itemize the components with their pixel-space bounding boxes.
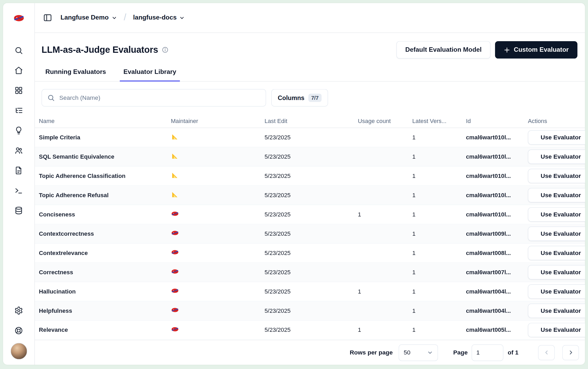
chevron-right-icon [567,349,574,356]
search-input[interactable] [59,94,260,101]
pagination-footer: Rows per page 50 Page of 1 [35,340,585,365]
table-row: Simple Criteria 5/23/2025 1 cmal6wart010… [35,128,585,147]
page-of-label: of 1 [508,349,519,356]
chevron-down-icon [427,349,433,356]
columns-button[interactable]: Columns 7/7 [271,89,328,107]
custom-evaluator-label: Custom Evaluator [514,46,569,54]
tab-running-evaluators[interactable]: Running Evaluators [41,65,110,82]
use-evaluator-button[interactable]: Use Evaluator [528,130,585,145]
latest-version-value: 1 [412,173,466,179]
langfuse-logo[interactable] [3,3,34,33]
last-edit-value: 5/23/2025 [264,269,358,276]
rows-per-page-select[interactable]: 50 [399,344,438,361]
home-icon[interactable] [11,63,26,78]
app-window: Langfuse Demo / langfuse-docs LLM-as-a-J… [0,0,588,369]
use-evaluator-button[interactable]: Use Evaluator [528,226,585,241]
langfuse-icon [171,325,179,333]
usage-count-value: 1 [358,327,412,333]
use-evaluator-button[interactable]: Use Evaluator [528,188,585,202]
evaluator-id: cmal6wart009l... [466,230,528,237]
terminal-icon[interactable] [11,183,26,198]
use-evaluator-button[interactable]: Use Evaluator [528,246,585,260]
ragas-icon [171,133,179,141]
org-switcher[interactable]: Langfuse Demo [58,12,119,24]
info-icon[interactable] [162,46,169,53]
evaluator-table: Name Maintainer Last Edit Usage count La… [35,115,585,340]
column-header-id: Id [466,118,528,125]
document-icon[interactable] [11,163,26,178]
project-name: langfuse-docs [133,14,177,22]
last-edit-value: 5/23/2025 [264,134,358,141]
chevron-down-icon [111,15,117,21]
lightbulb-icon[interactable] [11,123,26,138]
latest-version-value: 1 [412,269,466,276]
gear-icon[interactable] [11,303,26,318]
usage-count-value: 1 [358,288,412,295]
project-switcher[interactable]: langfuse-docs [131,12,187,24]
columns-label: Columns [278,94,304,101]
evaluator-name: Contextcorrectness [39,230,171,237]
column-header-name: Name [39,118,171,125]
usage-count-value: 1 [358,211,412,218]
use-evaluator-button[interactable]: Use Evaluator [528,323,585,337]
evaluator-id: cmal6wart010l... [466,173,528,179]
default-evaluation-model-button[interactable]: Default Evaluation Model [396,41,490,59]
topbar: Langfuse Demo / langfuse-docs [35,3,585,33]
tab-bar: Running Evaluators Evaluator Library [35,65,585,82]
rows-per-page-value: 50 [404,349,410,356]
evaluator-name: Helpfulness [39,308,171,314]
table-row: Conciseness 5/23/2025 1 1 cmal6wart010l.… [35,205,585,224]
last-edit-value: 5/23/2025 [264,192,358,199]
next-page-button[interactable] [562,345,579,360]
dashboards-icon[interactable] [11,83,26,98]
tracing-icon[interactable] [11,103,26,118]
use-evaluator-button[interactable]: Use Evaluator [528,169,585,183]
use-evaluator-button[interactable]: Use Evaluator [528,265,585,279]
evaluator-name: Conciseness [39,211,171,218]
lifebuoy-icon[interactable] [11,323,26,338]
previous-page-button[interactable] [538,345,555,360]
page-number-input[interactable] [472,344,503,361]
use-evaluator-button[interactable]: Use Evaluator [528,304,585,318]
evaluator-name: Contextrelevance [39,250,171,257]
maintainer-cell [171,152,265,162]
maintainer-cell [171,229,265,239]
sidebar-toggle-icon[interactable] [41,12,54,24]
breadcrumb-separator: / [124,12,127,23]
table-body: Simple Criteria 5/23/2025 1 cmal6wart010… [35,128,585,340]
evaluator-name: Simple Criteria [39,134,171,141]
langfuse-icon [171,267,179,276]
last-edit-value: 5/23/2025 [264,250,358,257]
latest-version-value: 1 [412,288,466,295]
langfuse-icon [171,229,179,237]
column-header-actions: Actions [528,118,585,125]
latest-version-value: 1 [412,192,466,199]
main-area: Langfuse Demo / langfuse-docs LLM-as-a-J… [35,3,585,365]
evaluator-name: Hallucination [39,288,171,295]
use-evaluator-button[interactable]: Use Evaluator [528,284,585,299]
search-icon[interactable] [11,43,26,58]
database-icon[interactable] [11,203,26,218]
user-avatar[interactable] [10,343,27,359]
users-icon[interactable] [11,143,26,158]
page-title: LLM-as-a-Judge Evaluators [41,45,158,55]
table-row: Topic Adherence Refusal 5/23/2025 1 cmal… [35,186,585,205]
evaluator-id: cmal6wart010l... [466,153,528,160]
evaluator-id: cmal6wart010l... [466,211,528,218]
use-evaluator-button[interactable]: Use Evaluator [528,207,585,221]
evaluator-id: cmal6wart007l... [466,269,528,276]
search-box [41,89,266,107]
evaluator-name: SQL Semantic Equivalence [39,153,171,160]
last-edit-value: 5/23/2025 [264,230,358,237]
custom-evaluator-button[interactable]: Custom Evaluator [495,41,577,59]
use-evaluator-button[interactable]: Use Evaluator [528,150,585,164]
latest-version-value: 1 [412,211,466,218]
last-edit-value: 5/23/2025 [264,327,358,333]
ragas-icon [171,171,179,179]
table-row: Hallucination 5/23/2025 1 1 cmal6wart004… [35,282,585,301]
plus-icon [503,47,510,53]
tab-evaluator-library[interactable]: Evaluator Library [120,65,180,82]
last-edit-value: 5/23/2025 [264,288,358,295]
org-name: Langfuse Demo [60,14,109,22]
evaluator-id: cmal6wart010l... [466,192,528,199]
